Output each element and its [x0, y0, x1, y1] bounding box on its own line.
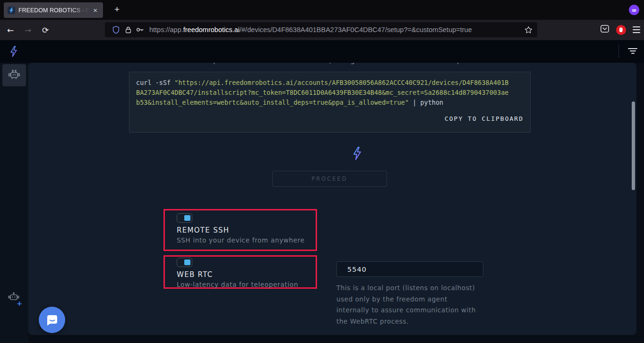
- feature-card-web-rtc: WEB RTC Low-latency data for teleoperati…: [163, 255, 317, 289]
- app-header: [0, 40, 644, 63]
- freedom-robotics-favicon-icon: [8, 7, 15, 14]
- hamburger-menu-icon[interactable]: [633, 26, 640, 33]
- browser-window: FREEDOM ROBOTICS - Se × + ∞ ← → ⟳ https:…: [0, 0, 644, 343]
- private-browsing-mask-icon: ∞: [629, 5, 639, 15]
- proceed-button[interactable]: PROCEED: [272, 171, 387, 187]
- port-description: This is a local port (listens on localho…: [336, 283, 482, 327]
- add-device-button[interactable]: +: [8, 292, 21, 305]
- new-tab-button[interactable]: +: [111, 4, 123, 15]
- pocket-icon[interactable]: [600, 24, 610, 35]
- freedom-robotics-logo-bolt-icon: [9, 45, 18, 59]
- header-divider: [618, 45, 619, 58]
- web-rtc-toggle[interactable]: [177, 258, 192, 267]
- webrtc-port-input[interactable]: [336, 261, 483, 277]
- freedom-robotics-app: + Please paste it into a terminal window…: [0, 40, 644, 343]
- remote-ssh-toggle[interactable]: [177, 213, 192, 223]
- feature-subtitle: Low-latency data for teleoperation: [177, 281, 316, 288]
- feature-title: REMOTE SSH: [177, 226, 316, 234]
- setup-content-card: Please paste it into a terminal window, …: [28, 63, 636, 335]
- browser-tab-bar: FREEDOM ROBOTICS - Se × + ∞: [0, 0, 644, 20]
- feature-subtitle: SSH into your device from anywhere: [177, 236, 316, 244]
- key-icon[interactable]: [134, 24, 146, 36]
- scrollbar-thumb[interactable]: [632, 101, 635, 190]
- plus-icon: +: [17, 301, 22, 306]
- url-domain: freedomrobotics.ai: [183, 26, 240, 33]
- code-lines: curl -sSf "https://api.freedomrobotics.a…: [136, 78, 524, 108]
- reload-button[interactable]: ⟳: [38, 23, 52, 37]
- filter-sort-icon[interactable]: [628, 48, 637, 54]
- back-button[interactable]: ←: [3, 23, 17, 37]
- feature-card-remote-ssh: REMOTE SSH SSH into your device from any…: [163, 209, 317, 251]
- browser-toolbar: ← → ⟳ https://app.freedomrobotics.ai/#/d…: [0, 20, 644, 40]
- tracking-shield-icon[interactable]: [110, 24, 122, 36]
- toolbar-extensions-area: [600, 22, 640, 37]
- sidebar: +: [0, 63, 28, 343]
- url-path: /#/devices/D4F8638A401BBA273AF0C4DBC47/s…: [240, 26, 472, 33]
- browser-tab[interactable]: FREEDOM ROBOTICS - Se ×: [4, 2, 103, 18]
- tab-title: FREEDOM ROBOTICS - Se: [18, 7, 91, 14]
- lock-icon[interactable]: [122, 24, 134, 36]
- toggle-knob: [184, 259, 190, 265]
- instruction-text-clipped: Please paste it into a terminal window, …: [28, 63, 636, 65]
- install-command-code-block[interactable]: curl -sSf "https://api.freedomrobotics.a…: [129, 72, 531, 133]
- feature-title: WEB RTC: [177, 270, 316, 279]
- url-prefix: https://app.: [149, 26, 183, 33]
- chat-bubble-icon: [45, 313, 59, 326]
- sidebar-item-device-active[interactable]: [2, 64, 26, 86]
- forward-button: →: [21, 23, 35, 37]
- url-text[interactable]: https://app.freedomrobotics.ai/#/devices…: [149, 26, 524, 33]
- bookmark-star-icon[interactable]: [524, 26, 532, 34]
- robot-icon: [7, 69, 21, 82]
- intercom-chat-launcher[interactable]: [39, 307, 65, 333]
- copy-to-clipboard-button[interactable]: COPY TO CLIPBOARD: [136, 114, 524, 124]
- tab-close-icon[interactable]: ×: [91, 6, 99, 15]
- toggle-knob: [184, 215, 190, 221]
- loading-bolt-icon: [352, 146, 421, 162]
- blocker-extension-hand-icon[interactable]: [616, 25, 626, 35]
- url-bar[interactable]: https://app.freedomrobotics.ai/#/devices…: [105, 22, 537, 37]
